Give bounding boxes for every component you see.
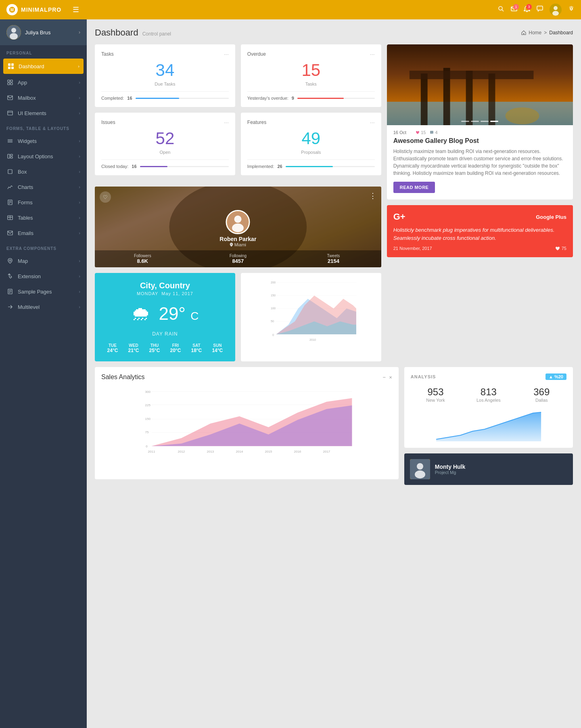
mail-badge: 1 (513, 4, 519, 10)
sidebar-item-mailbox[interactable]: Mailbox › (0, 90, 87, 105)
profile-avatar (226, 210, 250, 234)
sidebar-item-forms[interactable]: Forms › (0, 195, 87, 210)
dot-4 (490, 121, 498, 122)
analysis-mini-chart (411, 409, 566, 441)
social-card: ♡ ⋮ Roben Parkar Miami (95, 187, 381, 267)
sidebar-item-box[interactable]: Box › (0, 164, 87, 179)
breadcrumb-home[interactable]: Home (529, 30, 541, 36)
gplus-card: G+ Google Plus Holisticly benchmark plug… (387, 205, 573, 257)
svg-rect-21 (10, 83, 13, 85)
charts-arrow-icon: › (79, 185, 80, 189)
tweets-stat: Tweets 2154 (286, 254, 381, 264)
logo-text: MINIMALPRO (21, 6, 61, 13)
mailbox-icon (6, 94, 14, 101)
main-content: Dashboard Control panel Home > Dashboard (87, 19, 581, 728)
layout-arrow-icon: › (79, 154, 80, 159)
sidebar-item-map[interactable]: Map › (0, 253, 87, 269)
analytics-chart: 300 225 150 75 0 (101, 387, 392, 460)
sidebar-forms-label: Forms (18, 199, 33, 206)
svg-rect-31 (8, 170, 12, 174)
sidebar-extension-label: Extension (18, 273, 41, 279)
svg-text:75: 75 (145, 430, 148, 434)
svg-text:0: 0 (272, 333, 274, 337)
sidebar-item-ui-elements[interactable]: UI Elements › (0, 105, 87, 121)
issues-menu[interactable]: ··· (224, 119, 229, 126)
analytics-close[interactable]: × (389, 374, 392, 380)
sidebar-charts-label: Charts (18, 184, 33, 190)
svg-rect-30 (10, 157, 13, 158)
mail-icon[interactable]: 1 (511, 6, 517, 14)
sidebar-item-widgets[interactable]: Widgets › (0, 133, 87, 149)
social-card-menu[interactable]: ⋮ (369, 191, 376, 200)
sidebar-box-label: Box (18, 169, 27, 175)
bell-icon[interactable]: 3 (524, 6, 530, 14)
features-footer-label: Implemented: (247, 164, 274, 169)
sidebar-item-dashboard[interactable]: Dashboard › (3, 59, 84, 74)
dashboard-arrow-icon: › (78, 64, 79, 69)
tasks-menu[interactable]: ··· (224, 51, 229, 57)
emails-icon (6, 229, 14, 237)
svg-rect-17 (11, 67, 14, 69)
sidebar-section-personal: PERSONAL (0, 45, 87, 58)
forecast-sun: SUN 14°C (208, 343, 227, 353)
svg-point-92 (415, 470, 425, 478)
widgets-arrow-icon: › (79, 138, 80, 143)
read-more-button[interactable]: READ MORE (393, 182, 435, 193)
sidebar-user[interactable]: Juliya Brus › (0, 19, 87, 45)
sidebar-item-sample-pages[interactable]: Sample Pages › (0, 284, 87, 299)
svg-text:100: 100 (271, 306, 276, 310)
overdue-menu[interactable]: ··· (370, 51, 375, 57)
tasks-footer-value: 16 (127, 96, 132, 101)
sidebar: Juliya Brus › PERSONAL Dashboard › App › (0, 19, 87, 728)
analysis-right: ANALYSIS ▲ %20 953 New York 813 Los Ange… (404, 367, 573, 485)
sidebar-layout-label: Layout Options (18, 153, 53, 159)
user-avatar[interactable] (550, 4, 562, 16)
features-menu[interactable]: ··· (370, 119, 375, 126)
sidebar-item-multilevel[interactable]: Multilevel › (0, 299, 87, 315)
widgets-icon (6, 137, 14, 145)
sidebar-item-app[interactable]: App › (0, 75, 87, 90)
hamburger-button[interactable]: ☰ (73, 5, 79, 14)
issues-footer-value: 16 (132, 164, 136, 169)
weather-icon: 🌧 (131, 302, 150, 325)
sidebar-item-extension[interactable]: Extension › (0, 269, 87, 284)
sidebar-section-extra: EXTRA COMPONENTS (0, 241, 87, 253)
heart-icon[interactable]: ♡ (100, 191, 111, 203)
svg-text:2016: 2016 (294, 450, 301, 453)
chat-icon[interactable] (537, 6, 543, 14)
app-arrow-icon: › (79, 80, 80, 85)
issues-number: 52 (101, 129, 229, 148)
sidebar-item-charts[interactable]: Charts › (0, 179, 87, 195)
sidebar-chevron-icon: › (79, 29, 80, 35)
sample-pages-icon (6, 288, 14, 295)
overdue-card: Overdue ··· 15 Tasks Yesterday's overdue… (241, 44, 381, 107)
svg-text:2011: 2011 (148, 450, 155, 453)
features-card: Features ··· 49 Proposals Implemented: 2… (241, 113, 381, 175)
box-icon (6, 168, 14, 175)
ui-elements-arrow-icon: › (79, 111, 80, 115)
overdue-footer-label: Yesterday's overdue: (247, 96, 288, 101)
sidebar-item-emails[interactable]: Emails › (0, 225, 87, 241)
analysis-chart-svg (411, 409, 566, 441)
multilevel-arrow-icon: › (79, 304, 80, 309)
sidebar-item-layout-options[interactable]: Layout Options › (0, 149, 87, 164)
blog-image (387, 44, 573, 125)
tasks-title: Tasks (101, 51, 114, 57)
sidebar-item-tables[interactable]: Tables › (0, 210, 87, 225)
forecast-wed: WED 21°C (124, 343, 143, 353)
charts-icon (6, 183, 14, 191)
dot-2 (471, 121, 479, 122)
settings-icon[interactable] (568, 6, 575, 14)
forecast-sat: SAT 18°C (187, 343, 206, 353)
profile-name: Roben Parkar (219, 236, 256, 242)
gplus-name: Google Plus (536, 214, 566, 220)
stats-grid: Tasks ··· 34 Due Tasks Completed: 16 (95, 44, 381, 175)
analytics-controls: − × (383, 374, 392, 380)
svg-text:0: 0 (146, 445, 148, 448)
search-icon[interactable] (498, 6, 504, 14)
svg-text:2014: 2014 (236, 450, 243, 453)
svg-rect-22 (8, 96, 13, 100)
header-left: M MINIMALPRO ☰ (6, 4, 79, 15)
svg-text:2017: 2017 (323, 450, 330, 453)
analytics-minimize[interactable]: − (383, 374, 386, 380)
